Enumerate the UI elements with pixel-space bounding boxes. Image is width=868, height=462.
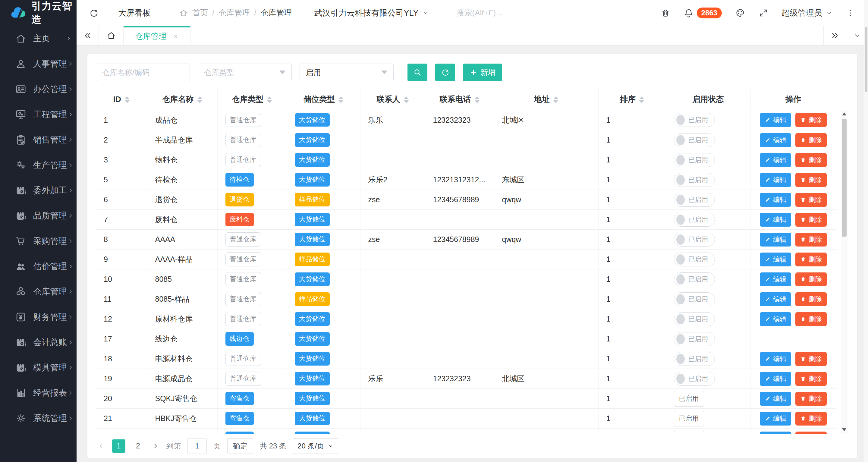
sidebar-item-warehouse[interactable]: 仓库管理 <box>0 279 76 304</box>
sidebar-item-finance[interactable]: 财务管理 <box>0 304 76 330</box>
column-header[interactable]: 排序 <box>598 89 666 110</box>
page-scrollbar[interactable] <box>864 0 868 462</box>
edit-button[interactable]: 编辑 <box>760 372 791 386</box>
sort-icon[interactable] <box>404 96 409 103</box>
delete-button[interactable]: 删除 <box>795 292 827 306</box>
expand-tabs-button[interactable] <box>824 26 846 45</box>
enabled-toggle[interactable]: 已启用 <box>674 153 715 167</box>
sort-icon[interactable] <box>639 96 644 103</box>
delete-button[interactable]: 删除 <box>795 392 827 406</box>
goto-page-input[interactable] <box>187 438 207 454</box>
delete-button[interactable]: 删除 <box>795 412 827 426</box>
sidebar-item-system[interactable]: 系统管理 <box>0 406 76 431</box>
sidebar-item-valuation[interactable]: 估价管理 <box>0 254 76 279</box>
fullscreen-icon[interactable] <box>758 8 768 18</box>
enabled-toggle[interactable]: 已启用 <box>674 113 715 127</box>
delete-button[interactable]: 删除 <box>795 153 827 167</box>
edit-button[interactable]: 编辑 <box>760 292 791 306</box>
sort-icon[interactable] <box>267 96 272 103</box>
enabled-status-select[interactable]: 启用 <box>300 64 394 81</box>
scroll-up-icon[interactable] <box>842 113 846 116</box>
confirm-page-button[interactable]: 确定 <box>227 438 253 454</box>
table-scrollbar[interactable] <box>841 110 847 434</box>
column-header[interactable]: 仓库类型 <box>217 89 287 110</box>
sidebar-item-purchasing[interactable]: 采购管理 <box>0 228 76 254</box>
edit-button[interactable]: 编辑 <box>760 352 791 366</box>
sidebar-item-office[interactable]: 办公管理 <box>0 76 76 102</box>
sort-icon[interactable] <box>197 96 202 103</box>
edit-button[interactable]: 编辑 <box>760 392 791 406</box>
tab-warehouse-management[interactable]: 仓库管理 <box>124 26 190 45</box>
sidebar-item-quality[interactable]: 品质管理 <box>0 203 76 228</box>
company-selector[interactable]: 武汉引力云科技有限公司YLY <box>314 7 429 19</box>
sidebar-item-ledger[interactable]: 会计总账 <box>0 330 76 355</box>
enabled-toggle[interactable]: 已启用 <box>674 372 715 386</box>
delete-button[interactable]: 删除 <box>795 233 827 247</box>
delete-button[interactable]: 删除 <box>795 312 827 326</box>
delete-button[interactable]: 删除 <box>795 213 827 227</box>
edit-button[interactable]: 编辑 <box>760 193 791 207</box>
enabled-toggle[interactable]: 已启用 <box>674 352 715 366</box>
collapse-tabs-button[interactable] <box>76 26 99 45</box>
edit-button[interactable]: 编辑 <box>760 213 791 227</box>
enabled-toggle[interactable]: 已启用 <box>674 213 715 227</box>
enabled-toggle[interactable]: 已启用 <box>674 272 715 286</box>
column-header[interactable]: 储位类型 <box>287 89 360 110</box>
delete-button[interactable]: 删除 <box>795 372 827 386</box>
edit-button[interactable]: 编辑 <box>760 432 791 434</box>
sidebar-item-home[interactable]: 主页 <box>0 26 76 51</box>
enabled-toggle[interactable]: 已启用 <box>674 252 715 267</box>
sidebar-item-sales[interactable]: 销售管理 <box>0 127 76 153</box>
delete-button[interactable]: 删除 <box>795 173 827 187</box>
tab-home[interactable] <box>99 26 124 45</box>
sidebar-item-outsourcing[interactable]: 委外加工 <box>0 178 76 203</box>
edit-button[interactable]: 编辑 <box>760 233 791 247</box>
edit-button[interactable]: 编辑 <box>760 272 791 286</box>
delete-button[interactable]: 删除 <box>795 272 827 286</box>
column-header[interactable]: 仓库名称 <box>147 89 217 110</box>
delete-button[interactable]: 删除 <box>795 352 827 366</box>
kebab-menu-icon[interactable] <box>846 8 855 18</box>
edit-button[interactable]: 编辑 <box>760 113 791 127</box>
sort-icon[interactable] <box>125 96 130 103</box>
prev-page-button[interactable] <box>97 442 105 450</box>
column-header[interactable]: 地址 <box>494 89 598 110</box>
column-header[interactable]: ID <box>96 89 147 110</box>
column-header[interactable]: 联系电话 <box>425 89 494 110</box>
sidebar-item-mold[interactable]: 模具管理 <box>0 355 76 380</box>
add-button[interactable]: 新增 <box>463 64 502 81</box>
theme-palette-icon[interactable] <box>735 8 745 18</box>
home-icon[interactable] <box>179 8 188 18</box>
user-menu[interactable]: 超级管理员 <box>781 7 832 19</box>
enabled-toggle[interactable]: 已启用 <box>674 173 715 187</box>
breadcrumb-item[interactable]: 仓库管理 <box>260 7 292 18</box>
nav-dashboard-link[interactable]: 大屏看板 <box>118 7 151 19</box>
clear-cache-icon[interactable] <box>661 8 670 18</box>
sort-icon[interactable] <box>553 96 558 103</box>
page-number-2[interactable]: 2 <box>131 439 145 453</box>
enabled-toggle[interactable]: 已启用 <box>674 133 715 147</box>
warehouse-name-input[interactable] <box>96 64 190 81</box>
notification-bell-icon[interactable] <box>684 8 694 18</box>
enabled-toggle[interactable]: 已启用 <box>674 193 715 207</box>
edit-button[interactable]: 编辑 <box>760 153 791 167</box>
app-logo[interactable]: 引力云智造 <box>0 0 76 26</box>
enabled-toggle[interactable]: 已启用 <box>674 312 715 326</box>
sidebar-item-engineering[interactable]: 工程管理 <box>0 102 76 127</box>
sidebar-item-production[interactable]: 生产管理 <box>0 153 76 178</box>
refresh-table-button[interactable] <box>435 64 455 81</box>
close-icon[interactable] <box>172 33 179 40</box>
sidebar-item-reports[interactable]: 经营报表 <box>0 380 76 406</box>
delete-button[interactable]: 删除 <box>795 432 827 434</box>
next-page-button[interactable] <box>151 442 160 450</box>
sidebar-item-hr[interactable]: 人事管理 <box>0 51 76 76</box>
search-button[interactable] <box>407 64 427 81</box>
delete-button[interactable]: 删除 <box>795 252 827 267</box>
enabled-toggle[interactable]: 已启用 <box>674 233 715 247</box>
delete-button[interactable]: 删除 <box>795 113 827 127</box>
column-header[interactable]: 联系人 <box>360 89 425 110</box>
breadcrumb-item[interactable]: 首页 <box>192 7 208 18</box>
enabled-toggle[interactable]: 已启用 <box>674 332 715 346</box>
scrollbar-thumb[interactable] <box>842 119 846 237</box>
scroll-down-icon[interactable] <box>842 428 846 431</box>
